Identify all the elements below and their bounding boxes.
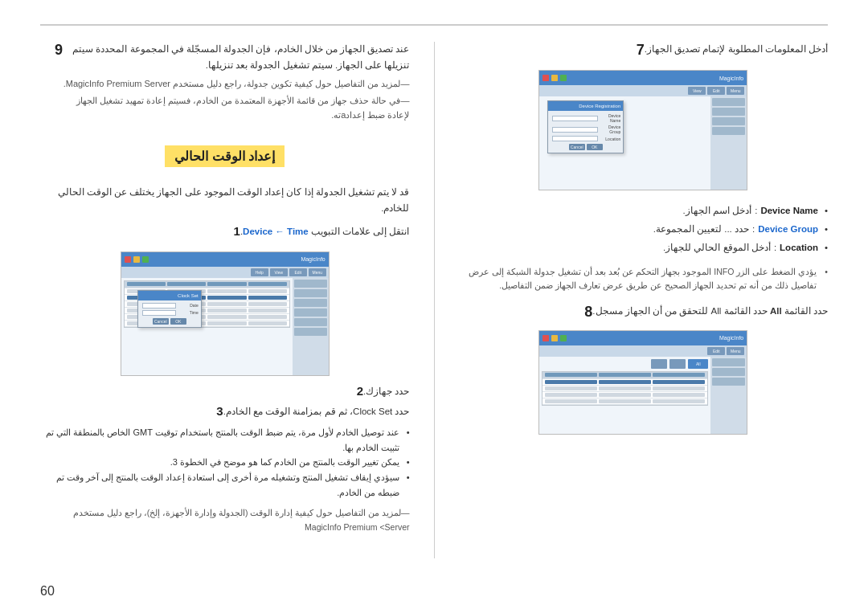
mock-r1-tb2: Edit <box>707 87 725 95</box>
mock-r1-tb1: Menu <box>727 87 744 95</box>
bullet-item-2: يمكن تغيير الوقت بالمنتج من الخادم كما ه… <box>40 455 410 470</box>
screenshot-1-inner: MagicInfo Menu Edit View Help <box>121 252 329 375</box>
section-8-verify-text: حدد القائمة All للتحقق من أن الجهاز مسجل… <box>592 306 767 316</box>
section-7-number: 7 <box>628 42 645 59</box>
mock-r2-r2c3 <box>545 386 597 390</box>
mock-r2-tb1: Menu <box>727 347 744 355</box>
mock-cell-h4 <box>127 282 166 286</box>
section-8-number: 8 <box>576 304 592 321</box>
mock-r1-field-2: Device Group <box>551 125 620 134</box>
step-2-row: حدد جهازك. 2 <box>40 384 410 400</box>
right-label-2: Device Group <box>758 220 818 239</box>
mock-titlebar-1: MagicInfo <box>121 252 329 267</box>
mock-sidebar-item-1 <box>294 280 327 288</box>
mock-dialog-buttons: OK Cancel <box>141 318 199 325</box>
mock-r1-cancel: Cancel <box>569 144 585 150</box>
left-bullet-list: عند توصيل الخادم لأول مرة، يتم ضبط الوقت… <box>40 425 410 500</box>
mock-titlebar-r1: MagicInfo <box>539 71 747 85</box>
bullet-item-1: عند توصيل الخادم لأول مرة، يتم ضبط الوقت… <box>40 425 410 455</box>
right-colon-1: : <box>755 202 757 220</box>
right-label-3: Location <box>780 239 818 257</box>
mock-cell-r4c2 <box>207 309 246 313</box>
mock-main-r2: All <box>539 357 710 434</box>
mock-toolbar-r2: Menu Edit <box>539 345 747 357</box>
mock-r2-r2c1 <box>653 386 705 390</box>
right-bullet-1: Device Name : أدخل اسم الجهاز. <box>459 202 829 220</box>
step-3-number: 3 <box>207 404 223 418</box>
section-9: عند تصديق الجهاز من خلال الخادم، فإن الج… <box>40 42 410 123</box>
mock-sidebar-item-4 <box>294 309 327 317</box>
mock-title-r2: MagicInfo <box>569 335 743 341</box>
page-number: 60 <box>40 584 55 599</box>
right-label-1: Device Name <box>760 202 818 220</box>
mock-cell-r2c1 <box>248 296 287 300</box>
mock-field-input-2 <box>142 310 176 316</box>
mock-r2-btn3 <box>651 359 667 369</box>
screenshot-right-bottom: MagicInfo Menu Edit <box>538 330 747 435</box>
mock-toolbar-r1: Menu Edit View <box>539 85 747 96</box>
mock-r2-tb2: Edit <box>707 347 725 355</box>
mock-r2-min <box>560 335 567 341</box>
mock-r2-r1c1 <box>653 380 705 384</box>
mock-main-r1: Device Registration Device Name Device G… <box>539 96 710 190</box>
mock-r1-si1 <box>712 98 745 106</box>
mock-r1-si2 <box>712 108 745 116</box>
mock-r2-max <box>551 335 558 341</box>
left-magicinfo-note: —لمزيد من التفاصيل حول كيفية إدارة الوقت… <box>40 506 410 535</box>
mock-r2-r1c2 <box>599 380 651 384</box>
mock-title-r1: MagicInfo <box>569 76 743 81</box>
mock-r2-h3 <box>545 373 597 377</box>
mock-r1-input-2 <box>552 127 598 133</box>
mock-maximize-btn <box>133 256 140 263</box>
mock-dialog-title-1: Clock Set <box>138 291 201 300</box>
mock-field-label-1: Date <box>176 303 199 308</box>
mock-r1-label-1: Device Name <box>598 113 620 123</box>
mock-dialog-1: Clock Set Date Time <box>137 290 202 328</box>
mock-minimize-btn <box>142 256 149 263</box>
mock-table-r2 <box>542 371 708 406</box>
mock-tb-btn-1: Menu <box>309 268 326 276</box>
right-colon-2: : <box>752 220 755 239</box>
mock-ok-btn: OK <box>170 318 186 325</box>
section-8: حدد القائمة All حدد القائمة All للتحقق م… <box>459 304 829 321</box>
mock-r1-input-1 <box>552 116 598 121</box>
highlight-heading: إعداد الوقت الحالي <box>165 145 285 167</box>
section-7-text: أدخل المعلومات المطلوبة لإتمام تصديق الج… <box>645 42 828 59</box>
mock-r2-r3c1 <box>653 393 705 397</box>
mock-cell-r1c1 <box>248 289 287 293</box>
mock-cell-r3c2 <box>207 302 246 306</box>
mock-sidebar-item-2 <box>294 289 327 297</box>
mock-r2-row1 <box>542 379 707 386</box>
mock-cell-r3c1 <box>248 302 287 306</box>
info-note: يؤدي الضغط على الزر INFO الموجود بجهاز ا… <box>459 265 829 292</box>
section-8-text: حدد القائمة All حدد القائمة All للتحقق م… <box>592 304 828 321</box>
mock-r1-field-1: Device Name <box>551 113 620 123</box>
mock-sidebar-r2 <box>710 357 747 434</box>
mock-r1-max <box>551 75 558 81</box>
mock-sidebar-1 <box>293 278 329 375</box>
mock-r2-r4c3 <box>545 399 597 403</box>
mock-field-2: Time <box>141 310 199 316</box>
screenshot-right-top: MagicInfo Menu Edit View <box>538 70 747 190</box>
mock-r2-h2 <box>599 373 651 377</box>
mock-r2-r4c1 <box>653 399 705 403</box>
content-area: عند تصديق الجهاز من خلال الخادم، فإن الج… <box>40 42 828 558</box>
screenshot-bottom-inner: MagicInfo Menu Edit <box>539 331 747 434</box>
screenshot-1: MagicInfo Menu Edit View Help <box>121 251 330 376</box>
mock-r2-r3c3 <box>545 393 597 397</box>
heading-container: إعداد الوقت الحالي <box>40 137 410 177</box>
mock-r2-btn2 <box>669 359 686 369</box>
section-7: أدخل المعلومات المطلوبة لإتمام تصديق الج… <box>459 42 829 59</box>
mock-r1-tb3: View <box>688 87 706 95</box>
mock-r2-r4c2 <box>599 399 651 403</box>
mock-r1-input-3 <box>552 136 598 141</box>
mock-cell-r6c1 <box>248 321 287 325</box>
mock-r2-row2 <box>542 386 707 392</box>
mock-cell-h2 <box>207 282 246 286</box>
mock-dialog-body-r1: Device Name Device Group Location <box>548 111 623 153</box>
mock-dialog-body-1: Date Time OK Cancel <box>138 300 201 327</box>
mock-main-1: Clock Set Date Time <box>121 278 293 375</box>
mock-r1-close <box>542 75 549 81</box>
mock-cancel-btn: Cancel <box>153 318 169 325</box>
mock-r2-header <box>542 372 707 379</box>
